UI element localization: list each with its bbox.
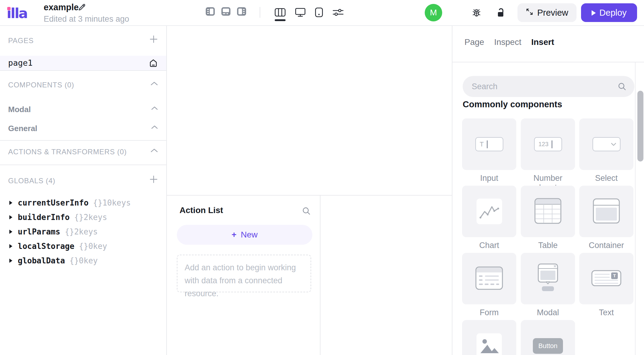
- global-meta: {}0key: [79, 242, 107, 251]
- new-action-label: New: [241, 230, 258, 240]
- tab-insert[interactable]: Insert: [531, 37, 554, 47]
- component-card-image[interactable]: [462, 320, 516, 355]
- canvas-settings-icon[interactable]: [333, 8, 343, 17]
- cursor-bar: [487, 140, 488, 148]
- desktop-view-icon[interactable]: [295, 8, 305, 18]
- global-row-globalData[interactable]: globalData {}0key: [0, 253, 166, 268]
- global-meta: {}2keys: [65, 227, 98, 236]
- left-sidebar: PAGES page1 COMPONENTS (0) Modal General…: [0, 26, 167, 355]
- edit-title-icon[interactable]: [78, 3, 86, 13]
- expand-triangle-icon[interactable]: [9, 230, 12, 234]
- expand-triangle-icon[interactable]: [9, 259, 12, 263]
- sidebar-item-page1[interactable]: page1: [0, 56, 166, 70]
- active-view-indicator: [275, 19, 286, 21]
- page-name: page1: [8, 58, 33, 68]
- right-panel-tabs: Page Inspect Insert: [464, 37, 554, 47]
- expand-triangle-icon[interactable]: [9, 201, 12, 205]
- preview-button[interactable]: Preview: [517, 3, 577, 22]
- expand-triangle-icon[interactable]: [9, 244, 12, 248]
- global-row-builderInfo[interactable]: builderInfo {}2keys: [0, 210, 166, 225]
- component-label: Form: [462, 308, 516, 317]
- action-search-icon[interactable]: [302, 206, 311, 217]
- global-meta: {}0key: [70, 256, 98, 265]
- select-icon: [592, 137, 621, 151]
- component-label: Table: [521, 241, 575, 250]
- component-card-chart[interactable]: [462, 186, 516, 237]
- commonly-components-title: Commonly components: [463, 99, 562, 109]
- expand-triangle-icon[interactable]: [9, 215, 12, 219]
- component-label: Text: [579, 308, 633, 317]
- component-group-general[interactable]: General: [8, 124, 37, 133]
- image-icon: [477, 333, 502, 355]
- component-group-modal[interactable]: Modal: [8, 105, 31, 114]
- play-icon: [592, 8, 596, 18]
- debug-bug-icon[interactable]: [472, 8, 481, 19]
- component-card-input[interactable]: T: [462, 118, 516, 170]
- globals-section-header: GLOBALS (4): [8, 177, 55, 185]
- global-meta: {}2keys: [74, 213, 107, 222]
- actions-section-header: ACTIONS & TRANSFORMERS (0): [8, 148, 127, 156]
- illa-builder-app: illa example Edited at 3 minutes ago: [0, 0, 644, 355]
- component-card-select[interactable]: [579, 118, 633, 170]
- component-search-input[interactable]: [472, 76, 613, 97]
- preview-label: Preview: [537, 8, 568, 18]
- search-icon: [617, 82, 627, 92]
- component-label: Select: [579, 174, 633, 183]
- svg-text:T: T: [613, 273, 616, 278]
- plus-icon: +: [232, 230, 236, 240]
- logo-pink-dot: [7, 7, 11, 10]
- modal-collapse-icon[interactable]: [151, 106, 158, 111]
- general-collapse-icon[interactable]: [151, 125, 158, 130]
- scrollbar-thumb[interactable]: [637, 91, 643, 162]
- global-name: builderInfo: [18, 213, 70, 222]
- button-icon: Button: [533, 338, 563, 354]
- expand-arrows-icon: [526, 8, 533, 18]
- tab-page[interactable]: Page: [464, 37, 484, 47]
- home-icon: [149, 58, 158, 69]
- text-icon: T: [591, 270, 621, 287]
- components-collapse-icon[interactable]: [151, 81, 158, 87]
- global-row-urlParams[interactable]: urlParams {}2keys: [0, 225, 166, 239]
- divider: [0, 165, 166, 165]
- add-page-icon[interactable]: [149, 35, 158, 45]
- new-action-button[interactable]: + New: [177, 225, 312, 245]
- tab-inspect[interactable]: Inspect: [494, 37, 521, 47]
- components-section-header: COMPONENTS (0): [8, 81, 74, 89]
- table-icon: [534, 198, 561, 225]
- toolbar-divider: [260, 7, 260, 18]
- divider: [452, 62, 644, 62]
- app-title: example: [44, 2, 79, 12]
- component-card-form[interactable]: [462, 253, 516, 304]
- global-row-localStorage[interactable]: localStorage {}0key: [0, 239, 166, 253]
- toggle-right-panel-icon[interactable]: [237, 7, 246, 17]
- component-search-box: [463, 76, 634, 97]
- deploy-button[interactable]: Deploy: [581, 3, 637, 22]
- component-card-table[interactable]: [521, 186, 575, 237]
- component-card-modal[interactable]: [521, 253, 575, 304]
- toggle-bottom-panel-icon[interactable]: [221, 7, 230, 17]
- component-card-text[interactable]: T: [579, 253, 633, 304]
- component-card-container[interactable]: [579, 186, 633, 237]
- input-icon: T: [475, 137, 503, 151]
- add-global-icon[interactable]: [149, 175, 158, 185]
- global-name: globalData: [18, 256, 65, 265]
- global-name: localStorage: [18, 242, 74, 251]
- component-card-number-input[interactable]: 123: [521, 118, 575, 170]
- fit-canvas-icon[interactable]: [275, 8, 286, 18]
- global-meta: {}10keys: [93, 198, 131, 207]
- canvas-area[interactable]: Action List + New Add an action to begin…: [167, 26, 452, 355]
- avatar-initial: M: [430, 8, 437, 17]
- action-list-title: Action List: [180, 206, 223, 215]
- component-card-button[interactable]: Button: [521, 320, 575, 355]
- global-name: currentUserInfo: [18, 198, 89, 207]
- toggle-left-panel-icon[interactable]: [206, 7, 215, 17]
- last-edited-text: Edited at 3 minutes ago: [44, 14, 129, 24]
- tablet-view-icon[interactable]: [315, 8, 323, 18]
- cursor-bar: [552, 140, 552, 148]
- unlock-icon[interactable]: [496, 8, 505, 19]
- actions-collapse-icon[interactable]: [151, 148, 158, 154]
- panel-toggle-group: [206, 7, 246, 17]
- avatar[interactable]: M: [425, 4, 442, 21]
- illa-logo[interactable]: illa: [7, 5, 34, 22]
- global-row-currentUserInfo[interactable]: currentUserInfo {}10keys: [0, 196, 166, 210]
